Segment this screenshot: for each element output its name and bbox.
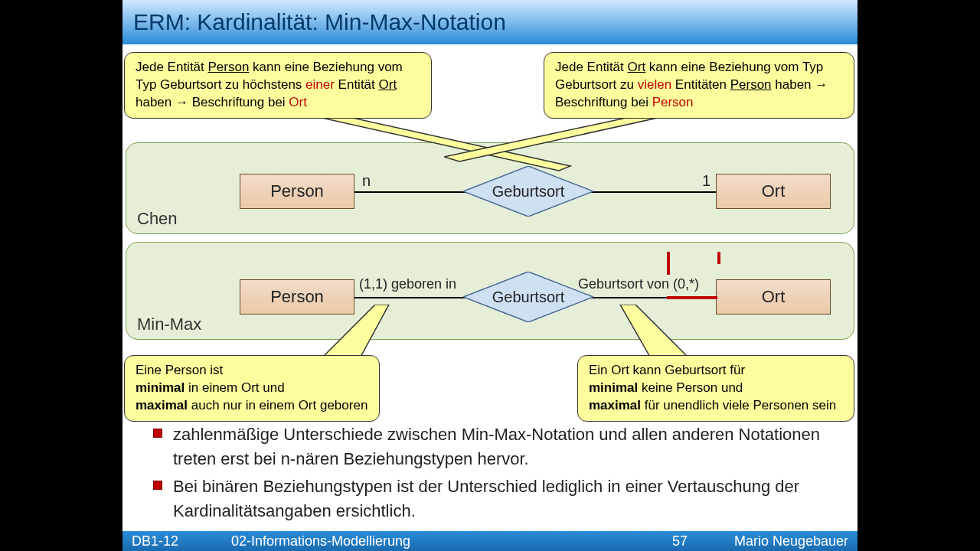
red-mark-bottom — [667, 296, 717, 299]
bullet-list: zahlenmäßige Unterschiede zwischen Min-M… — [153, 422, 842, 527]
red-mark-left — [667, 252, 670, 275]
callout-tail-right — [444, 111, 689, 165]
minmax-label-right: Geburtsort von (0,*) — [578, 276, 699, 292]
panel-minmax-label: Min-Max — [137, 315, 201, 334]
panel-minmax: Min-Max Person Ort Geburtsort (1,1) gebo… — [126, 242, 854, 340]
footer-left: DB1-12 — [132, 533, 231, 549]
diamond-chen: Geburtsort — [463, 166, 593, 217]
svg-marker-1 — [444, 111, 689, 161]
red-mark-right — [717, 252, 720, 264]
bullet-2: Bei binären Beziehungstypen ist der Unte… — [153, 474, 842, 523]
slide-title: ERM: Kardinalität: Min-Max-Notation — [133, 9, 506, 35]
entity-ort-minmax: Ort — [716, 279, 831, 315]
card-n: n — [362, 172, 371, 190]
svg-marker-4 — [322, 305, 389, 358]
bullet-icon — [153, 429, 162, 438]
entity-ort-chen: Ort — [716, 174, 831, 209]
diamond-minmax: Geburtsort — [463, 272, 593, 322]
slide-content: Jede Entität Person kann eine Beziehung … — [122, 44, 858, 531]
callout-top-right: Jede Entität Ort kann eine Beziehung vom… — [544, 52, 854, 119]
footer-page: 57 — [649, 533, 710, 549]
slide: ERM: Kardinalität: Min-Max-Notation Jede… — [122, 0, 858, 551]
bullet-icon — [153, 481, 162, 490]
entity-person-chen: Person — [240, 174, 354, 209]
callout-bottom-right: Ein Ort kann Geburtsort für minimal kein… — [577, 355, 854, 422]
card-1: 1 — [702, 172, 710, 190]
callout-tail-bl — [322, 305, 406, 358]
title-bar: ERM: Kardinalität: Min-Max-Notation — [122, 0, 858, 44]
footer: DB1-12 02-Informations-Modellierung 57 M… — [122, 531, 858, 551]
panel-chen-label: Chen — [137, 209, 178, 229]
svg-marker-5 — [620, 305, 689, 358]
callout-top-left: Jede Entität Person kann eine Beziehung … — [124, 52, 432, 119]
callout-bottom-left: Eine Person ist minimal in einem Ort und… — [124, 355, 380, 422]
callout-tail-br — [597, 305, 689, 358]
footer-mid: 02-Informations-Modellierung — [231, 533, 649, 549]
footer-author: Mario Neugebauer — [710, 533, 848, 549]
minmax-label-left: (1,1) geboren in — [359, 276, 456, 292]
bullet-1: zahlenmäßige Unterschiede zwischen Min-M… — [153, 422, 842, 471]
